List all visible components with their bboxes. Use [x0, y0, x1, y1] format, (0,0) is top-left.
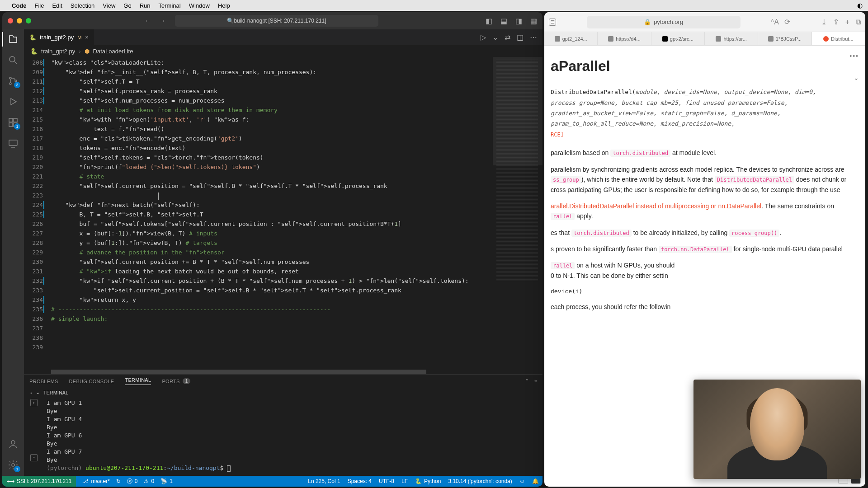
- compare-changes-icon[interactable]: ⇄: [505, 33, 510, 42]
- webcam-overlay[interactable]: [693, 380, 861, 479]
- feedback-icon[interactable]: ☺: [519, 478, 525, 484]
- layout-customize-icon[interactable]: ▦: [530, 17, 537, 25]
- address-bar[interactable]: 🔒 pytorch.org: [587, 16, 741, 28]
- minimap-viewport[interactable]: [493, 57, 542, 165]
- scrollbar-thumb[interactable]: [51, 370, 426, 374]
- panel-close-icon[interactable]: ×: [534, 378, 537, 384]
- git-branch[interactable]: ⎇master*: [82, 478, 109, 484]
- errors-count[interactable]: ⓧ0: [127, 478, 138, 485]
- horizontal-scrollbar[interactable]: [51, 370, 493, 374]
- tab-problems[interactable]: PROBLEMS: [29, 379, 58, 384]
- tab-close-icon[interactable]: ×: [85, 34, 89, 41]
- menu-window[interactable]: Window: [189, 2, 210, 9]
- collapse-icon[interactable]: ⌄: [854, 73, 859, 83]
- minimize-window-icon[interactable]: [17, 18, 22, 23]
- python-interpreter[interactable]: 3.10.14 ('pytorchn': conda): [448, 478, 512, 484]
- tab-train-gpt2[interactable]: 🐍 train_gpt2.py M ×: [24, 29, 94, 45]
- sync-button[interactable]: ↻: [116, 478, 121, 484]
- run-dropdown-icon[interactable]: ⌄: [492, 33, 498, 42]
- tab-terminal[interactable]: TERMINAL: [125, 377, 151, 385]
- explorer-icon[interactable]: [8, 34, 19, 45]
- tab-debug-console[interactable]: DEBUG CONSOLE: [69, 379, 114, 384]
- chevron-right-icon[interactable]: ›: [30, 390, 32, 395]
- menu-view[interactable]: View: [103, 2, 115, 9]
- browser-tab[interactable]: gpt2_124...: [544, 32, 598, 45]
- run-file-icon[interactable]: ▷: [481, 33, 486, 42]
- status-icon[interactable]: ◐: [857, 2, 863, 9]
- breadcrumb-symbol[interactable]: DataLoaderLite: [93, 48, 133, 55]
- minimap[interactable]: [493, 57, 542, 374]
- chevron-down-icon[interactable]: ⌄: [36, 389, 40, 395]
- source-control-icon[interactable]: 3: [8, 75, 19, 86]
- menu-terminal[interactable]: Terminal: [159, 2, 181, 9]
- encoding[interactable]: UTF-8: [379, 478, 394, 484]
- terminal-session-icon[interactable]: ▸: [30, 399, 38, 406]
- menu-run[interactable]: Run: [140, 2, 151, 9]
- code-content[interactable]: "kw">class "cls">DataLoaderLite: "kw">de…: [51, 57, 493, 374]
- new-tab-icon[interactable]: +: [845, 18, 849, 26]
- python-icon: 🐍: [415, 478, 422, 484]
- close-window-icon[interactable]: [8, 18, 13, 23]
- panel-maximize-icon[interactable]: ⌃: [525, 378, 529, 384]
- notifications-icon[interactable]: 🔔: [532, 478, 539, 484]
- doc-paragraph: parallelism by synchronizing gradients a…: [551, 164, 859, 195]
- indentation[interactable]: Spaces: 4: [348, 478, 372, 484]
- run-debug-icon[interactable]: [8, 96, 19, 107]
- terminal-config-icon[interactable]: ⚬: [30, 454, 38, 461]
- class-icon: ⬢: [85, 48, 90, 55]
- terminal-output[interactable]: ▸ ⚬ I am GPU 1 Bye I am GPU 4 Bye I am G…: [24, 397, 542, 476]
- accounts-icon[interactable]: [8, 439, 19, 450]
- more-menu-icon[interactable]: •••: [849, 51, 859, 61]
- tabs-overview-icon[interactable]: ⧉: [856, 18, 861, 26]
- search-icon: 🔍: [227, 18, 234, 24]
- menu-selection[interactable]: Selection: [71, 2, 94, 9]
- share-icon[interactable]: ⇪: [833, 18, 839, 26]
- layout-panel-right-icon[interactable]: ◨: [515, 17, 522, 25]
- browser-tab[interactable]: https://d4...: [598, 32, 651, 45]
- term-line: I am GPU 4: [47, 415, 536, 423]
- extensions-icon[interactable]: 1: [8, 117, 19, 128]
- browser-tab[interactable]: Distribut...: [812, 32, 865, 45]
- language-mode[interactable]: 🐍Python: [415, 478, 441, 484]
- browser-tab[interactable]: gpt-2/src...: [651, 32, 705, 45]
- favicon-icon: [716, 36, 721, 42]
- download-icon[interactable]: ⤓: [821, 18, 827, 26]
- remote-indicator[interactable]: ⟷ SSH: 207.211.170.211: [2, 476, 76, 487]
- reader-icon[interactable]: ᴬA: [771, 18, 779, 26]
- layout-panel-bottom-icon[interactable]: ⬓: [500, 17, 507, 25]
- breadcrumb[interactable]: 🐍 train_gpt2.py › ⬢ DataLoaderLite: [24, 45, 542, 57]
- nav-back-icon[interactable]: ←: [144, 17, 151, 25]
- breadcrumb-file[interactable]: train_gpt2.py: [41, 48, 75, 55]
- menu-file[interactable]: File: [35, 2, 44, 9]
- app-name[interactable]: Code: [12, 2, 27, 9]
- menu-edit[interactable]: Edit: [52, 2, 62, 9]
- forwarded-ports[interactable]: 📡1: [160, 478, 173, 484]
- settings-gear-icon[interactable]: 1: [8, 460, 19, 470]
- remote-explorer-icon[interactable]: [8, 138, 19, 149]
- tab-ports[interactable]: PORTS: [162, 379, 179, 384]
- browser-tab[interactable]: 1*BJCssP...: [758, 32, 811, 45]
- menu-go[interactable]: Go: [123, 2, 131, 9]
- error-icon: ⓧ: [127, 478, 132, 485]
- person-face: [750, 388, 804, 460]
- sidebar-toggle-icon[interactable]: ☰: [549, 19, 556, 26]
- cursor-position[interactable]: Ln 225, Col 1: [308, 478, 340, 484]
- reload-icon[interactable]: ⟳: [784, 18, 790, 26]
- command-center[interactable]: 🔍 build-nanogpt [SSH: 207.211.170.211]: [175, 15, 378, 27]
- split-editor-icon[interactable]: ◫: [517, 33, 524, 42]
- favicon-icon: [768, 36, 774, 42]
- browser-tab[interactable]: https://ar...: [705, 32, 758, 45]
- warning-icon: ⚠: [144, 478, 149, 484]
- eol[interactable]: LF: [401, 478, 408, 484]
- ports-count-badge: 1: [183, 378, 191, 384]
- nav-forward-icon[interactable]: →: [159, 17, 166, 25]
- warnings-count[interactable]: ⚠0: [144, 478, 154, 484]
- warning-link[interactable]: arallel.DistributedDataParallel instead …: [551, 202, 761, 210]
- maximize-window-icon[interactable]: [26, 18, 31, 23]
- menu-help[interactable]: Help: [218, 2, 230, 9]
- source-link[interactable]: RCE]: [551, 131, 564, 138]
- more-actions-icon[interactable]: ⋯: [530, 33, 537, 42]
- search-icon[interactable]: [8, 55, 19, 66]
- code-editor[interactable]: 2082092112122132142152162172182192202212…: [24, 57, 542, 374]
- layout-panel-left-icon[interactable]: ◧: [486, 17, 492, 25]
